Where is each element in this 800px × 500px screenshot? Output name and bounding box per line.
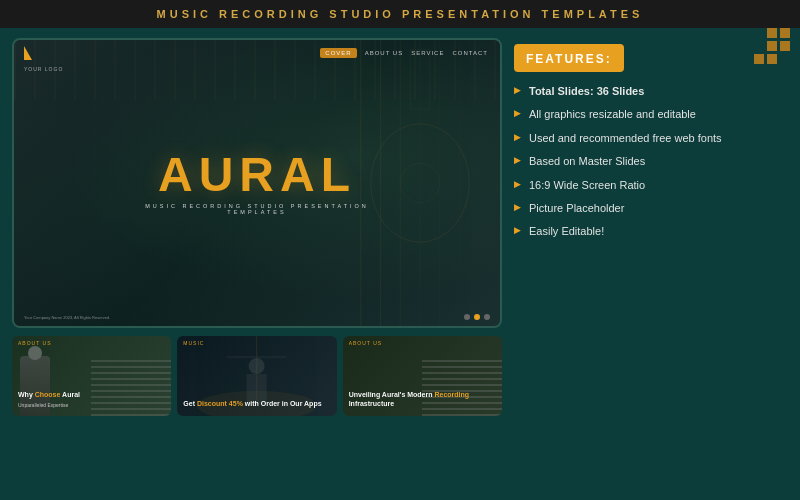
arrow-icon-6: ▶ (514, 202, 521, 212)
feature-item-1: ▶ Total Slides: 36 Slides (514, 84, 788, 99)
feature-text-6: Picture Placeholder (529, 201, 624, 216)
features-header-text: FEATURES: (526, 52, 612, 66)
slide-inner: YOUR LOGO COVER ABOUT US SERVICE CONTACT (14, 40, 500, 326)
svg-rect-13 (227, 356, 287, 358)
arrow-icon-7: ▶ (514, 225, 521, 235)
slide-pagination (464, 314, 490, 320)
feature-item-6: ▶ Picture Placeholder (514, 201, 788, 216)
main-content: YOUR LOGO COVER ABOUT US SERVICE CONTACT (0, 28, 800, 498)
feature-item-2: ▶ All graphics resizable and editable (514, 107, 788, 122)
feature-text-1: Total Slides: 36 Slides (529, 84, 644, 99)
arrow-icon-5: ▶ (514, 179, 521, 189)
arrow-icon-3: ▶ (514, 132, 521, 142)
feature-text-3: Used and recommended free web fonts (529, 131, 722, 146)
slide-main-title: AURAL (136, 151, 379, 199)
nav-cover[interactable]: COVER (320, 48, 356, 58)
thumb-3-label: ABOUT US (349, 340, 382, 346)
thumbnail-row: ABOUT US Why Choose Aural Unparalleled E… (12, 336, 502, 416)
features-list: ▶ Total Slides: 36 Slides ▶ All graphics… (514, 84, 788, 240)
feature-text-5: 16:9 Wide Screen Ratio (529, 178, 645, 193)
thumb-3[interactable]: ABOUT US Unveiling Aural's Modern Record… (343, 336, 502, 416)
thumb-2-title: Get Discount 45% with Order in Our Apps (183, 399, 330, 408)
preview-area: YOUR LOGO COVER ABOUT US SERVICE CONTACT (12, 38, 502, 488)
features-panel: FEATURES: ▶ Total Slides: 36 Slides ▶ Al… (514, 38, 788, 488)
arrow-icon-2: ▶ (514, 108, 521, 118)
decorative-squares (754, 28, 790, 64)
dot-2[interactable] (474, 314, 480, 320)
slide-copyright: Your Company Name 2023, All Rights Reser… (24, 315, 110, 320)
thumb-2[interactable]: MUSIC Get Discount 45% with Order in Our… (177, 336, 336, 416)
feature-item-7: ▶ Easily Editable! (514, 224, 788, 239)
feature-text-4: Based on Master Slides (529, 154, 645, 169)
feature-item-5: ▶ 16:9 Wide Screen Ratio (514, 178, 788, 193)
nav-contact[interactable]: CONTACT (452, 50, 488, 56)
arrow-icon-4: ▶ (514, 155, 521, 165)
slide-footer: Your Company Name 2023, All Rights Reser… (24, 314, 490, 320)
thumb-1-label: ABOUT US (18, 340, 51, 346)
top-title-bar: MUSIC RECORDING STUDIO PRESENTATION TEMP… (0, 0, 800, 28)
arrow-icon-1: ▶ (514, 85, 521, 95)
thumb-1-title: Why Choose Aural Unparalleled Expertise (18, 390, 165, 408)
feature-item-4: ▶ Based on Master Slides (514, 154, 788, 169)
slide-nav: COVER ABOUT US SERVICE CONTACT (14, 40, 500, 66)
slide-title-block: AURAL MUSIC RECORDING STUDIO PRESENTATIO… (136, 151, 379, 215)
nav-about[interactable]: ABOUT US (365, 50, 404, 56)
nav-service[interactable]: SERVICE (411, 50, 444, 56)
feature-item-3: ▶ Used and recommended free web fonts (514, 131, 788, 146)
logo-text: YOUR LOGO (24, 66, 63, 72)
feature-text-2: All graphics resizable and editable (529, 107, 696, 122)
dot-1[interactable] (464, 314, 470, 320)
thumb-2-label: MUSIC (183, 340, 204, 346)
svg-point-11 (249, 358, 265, 374)
slide-preview: YOUR LOGO COVER ABOUT US SERVICE CONTACT (12, 38, 502, 328)
slide-subtitle: MUSIC RECORDING STUDIO PRESENTATION TEMP… (136, 203, 379, 215)
page-title: MUSIC RECORDING STUDIO PRESENTATION TEMP… (157, 8, 644, 20)
thumb-3-title: Unveiling Aural's Modern Recording Infra… (349, 390, 496, 408)
features-header: FEATURES: (514, 44, 624, 72)
thumb-1[interactable]: ABOUT US Why Choose Aural Unparalleled E… (12, 336, 171, 416)
dot-3[interactable] (484, 314, 490, 320)
feature-text-7: Easily Editable! (529, 224, 604, 239)
